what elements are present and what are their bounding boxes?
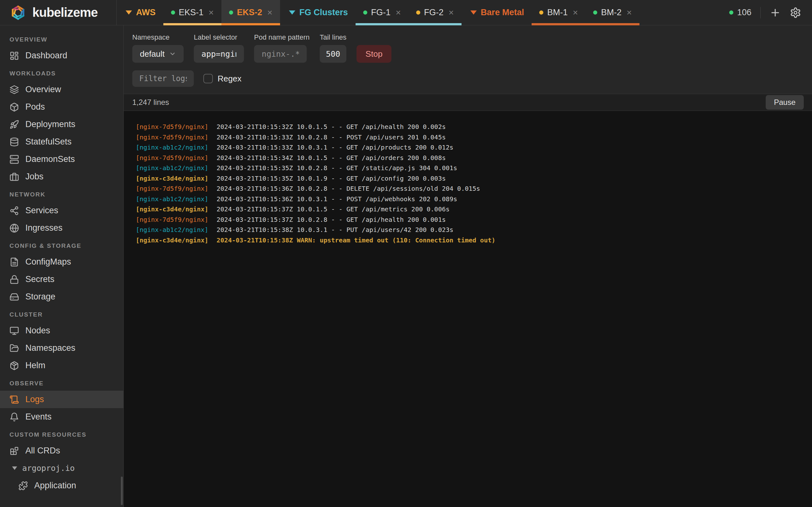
filter-logs-input[interactable]: [132, 70, 194, 87]
cluster-tab-eks-1[interactable]: EKS-1×: [163, 0, 221, 25]
tail-lines-input[interactable]: [320, 45, 346, 63]
regex-label: Regex: [217, 74, 241, 83]
cluster-group-tab-aws[interactable]: AWS: [118, 0, 163, 25]
sidebar-item-overview[interactable]: Overview: [0, 81, 123, 98]
regex-toggle[interactable]: Regex: [203, 74, 241, 83]
sidebar-item-helm[interactable]: Helm: [0, 357, 123, 374]
sidebar-item-label: Namespaces: [26, 343, 75, 353]
status-dot-icon: [729, 10, 733, 14]
log-message: 2024-03-21T10:15:36Z 10.0.3.1 - - POST /…: [217, 195, 457, 203]
log-pod-tag: [nginx-7d5f9/nginx]: [136, 185, 208, 192]
cluster-group-tab-fg-clusters[interactable]: FG Clusters: [281, 0, 356, 25]
app-logo-icon: [9, 4, 27, 21]
sidebar-item-services[interactable]: Services: [0, 202, 123, 219]
cluster-count-badge: 106: [729, 8, 751, 17]
stop-button[interactable]: Stop: [357, 45, 392, 63]
log-pod-tag: [nginx-7d5f9/nginx]: [136, 216, 208, 223]
cluster-status-dot-icon: [593, 10, 597, 14]
sidebar-item-label: Secrets: [26, 274, 55, 284]
chevron-down-icon: [169, 50, 176, 57]
sidebar-item-application[interactable]: Application: [0, 477, 123, 494]
log-pod-tag: [nginx-c3d4e/nginx]: [136, 205, 208, 213]
sidebar-item-label: Storage: [26, 292, 55, 302]
sidebar-item-all-crds[interactable]: All CRDs: [0, 442, 123, 459]
label-selector-label: Label selector: [194, 33, 244, 42]
log-line: [nginx-7d5f9/nginx]2024-03-21T10:15:32Z …: [136, 122, 806, 132]
regex-checkbox[interactable]: [203, 74, 213, 83]
plus-icon: [769, 7, 781, 18]
sidebar-item-label: StatefulSets: [26, 137, 72, 147]
log-pod-tag: [nginx-c3d4e/nginx]: [136, 175, 208, 182]
app-logo: kubelizeme: [0, 0, 117, 25]
close-icon[interactable]: ×: [209, 8, 214, 17]
log-viewer[interactable]: [nginx-7d5f9/nginx]2024-03-21T10:15:32Z …: [124, 111, 812, 507]
sidebar-item-argoproj-io[interactable]: argoproj.io: [0, 459, 123, 477]
close-icon[interactable]: ×: [573, 8, 578, 17]
namespace-control: Namespace default: [132, 33, 184, 63]
log-line: [nginx-ab1c2/nginx]2024-03-21T10:15:33Z …: [136, 142, 806, 153]
sidebar-item-deployments[interactable]: Deployments: [0, 116, 123, 133]
sidebar-item-namespaces[interactable]: Namespaces: [0, 339, 123, 357]
cluster-tab-label: FG-1: [371, 8, 391, 17]
sidebar-item-dashboard[interactable]: Dashboard: [0, 47, 123, 64]
database-icon: [9, 137, 19, 147]
cluster-tab-bm-2[interactable]: BM-2×: [586, 0, 640, 25]
log-status-bar: 1,247 lines Pause: [124, 94, 812, 111]
logs-panel: Namespace default Label selector Pod nam…: [124, 25, 812, 507]
blocks-icon: [9, 446, 19, 456]
close-icon[interactable]: ×: [449, 8, 454, 17]
log-pod-tag: [nginx-c3d4e/nginx]: [136, 236, 208, 244]
sidebar-item-ingresses[interactable]: Ingresses: [0, 219, 123, 237]
cluster-tab-fg-2[interactable]: FG-2×: [409, 0, 461, 25]
triangle-down-icon: [289, 10, 295, 14]
close-icon[interactable]: ×: [627, 8, 632, 17]
sidebar-item-nodes[interactable]: Nodes: [0, 322, 123, 339]
log-line: [nginx-c3d4e/nginx]2024-03-21T10:15:38Z …: [136, 235, 806, 245]
cluster-status-dot-icon: [171, 10, 175, 14]
label-selector-input[interactable]: [194, 45, 244, 63]
cluster-group-tab-bare-metal[interactable]: Bare Metal: [463, 0, 532, 25]
log-pod-tag: [nginx-ab1c2/nginx]: [136, 164, 208, 172]
sidebar-item-configmaps[interactable]: ConfigMaps: [0, 253, 123, 271]
log-line: [nginx-7d5f9/nginx]2024-03-21T10:15:37Z …: [136, 215, 806, 225]
sidebar-item-statefulsets[interactable]: StatefulSets: [0, 133, 123, 151]
cluster-tab-bm-1[interactable]: BM-1×: [531, 0, 586, 25]
main-body: OVERVIEWDashboardWORKLOADSOverviewPodsDe…: [0, 25, 812, 507]
triangle-down-icon: [12, 466, 17, 470]
log-line: [nginx-c3d4e/nginx]2024-03-21T10:15:35Z …: [136, 173, 806, 184]
sidebar-item-label: Application: [34, 481, 76, 491]
sidebar-scrollbar-thumb[interactable]: [121, 476, 123, 505]
namespace-select[interactable]: default: [132, 45, 184, 63]
sidebar-item-daemonsets[interactable]: DaemonSets: [0, 151, 123, 168]
settings-button[interactable]: [790, 7, 801, 18]
sidebar-section-custom-resources: CUSTOM RESOURCES: [0, 426, 123, 442]
log-message: 2024-03-21T10:15:38Z 10.0.3.1 - - PUT /a…: [217, 226, 454, 233]
sidebar-item-jobs[interactable]: Jobs: [0, 168, 123, 185]
close-icon[interactable]: ×: [267, 8, 272, 17]
pause-button[interactable]: Pause: [766, 95, 804, 110]
sidebar-item-storage[interactable]: Storage: [0, 288, 123, 305]
add-cluster-button[interactable]: [769, 7, 781, 18]
sidebar-item-events[interactable]: Events: [0, 408, 123, 426]
cluster-tab-label: BM-2: [601, 8, 622, 17]
cluster-tab-fg-1[interactable]: FG-1×: [356, 0, 409, 25]
close-icon[interactable]: ×: [396, 8, 401, 17]
sidebar-section-config-storage: CONFIG & STORAGE: [0, 237, 123, 253]
pod-pattern-input[interactable]: [254, 45, 307, 63]
log-message: 2024-03-21T10:15:35Z 10.0.1.9 - - GET /a…: [217, 175, 446, 182]
cluster-tab-eks-2[interactable]: EKS-2×: [221, 0, 280, 25]
log-pod-tag: [nginx-7d5f9/nginx]: [136, 123, 208, 130]
sidebar-item-label: Helm: [26, 360, 45, 371]
sidebar-item-logs[interactable]: Logs: [0, 391, 123, 408]
cluster-group-label: FG Clusters: [299, 8, 348, 17]
namespace-value: default: [140, 49, 165, 59]
log-message: 2024-03-21T10:15:33Z 10.0.2.8 - - POST /…: [217, 133, 446, 141]
sidebar-item-label: Pods: [26, 102, 45, 112]
sidebar-item-secrets[interactable]: Secrets: [0, 271, 123, 288]
sidebar-item-pods[interactable]: Pods: [0, 98, 123, 116]
sidebar-item-label: Jobs: [26, 172, 44, 181]
sidebar-section-overview: OVERVIEW: [0, 31, 123, 47]
log-pod-tag: [nginx-ab1c2/nginx]: [136, 195, 208, 203]
log-pod-tag: [nginx-ab1c2/nginx]: [136, 226, 208, 233]
top-bar-actions: 106: [729, 0, 812, 25]
